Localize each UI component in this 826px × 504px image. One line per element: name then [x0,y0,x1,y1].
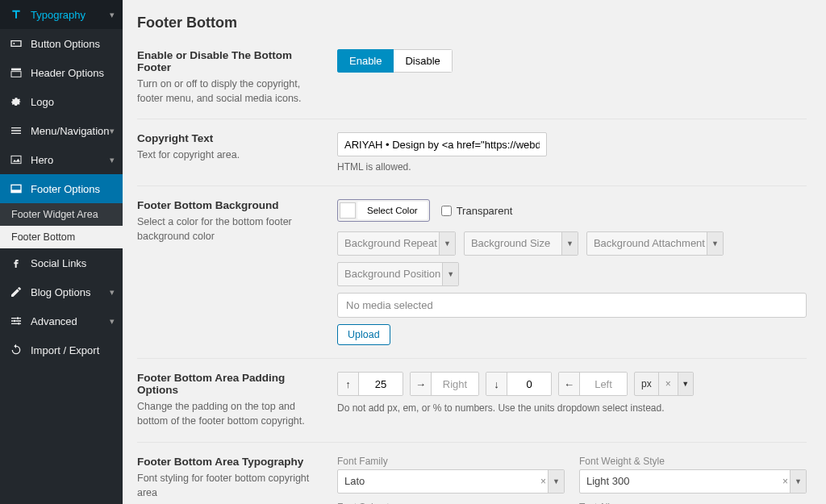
padding-title: Footer Bottom Area Padding Options [137,372,318,396]
copyright-desc: Text for copyright area. [137,148,318,162]
button-icon [8,35,24,52]
padding-right-group: → [410,372,479,396]
chevron-down-icon: ▾ [110,126,115,136]
bg-color-picker[interactable]: Select Color [337,199,430,222]
font-weight-select[interactable]: Light 300×▼ [579,469,807,494]
padding-right-input[interactable] [432,373,478,395]
nav-item-button-options[interactable]: Button Options [0,29,123,58]
svg-point-0 [13,43,15,44]
svg-rect-1 [11,69,21,71]
nav-item-social-links[interactable]: Social Links [0,248,123,277]
copyright-input[interactable] [337,132,547,156]
panel-icon [8,181,24,197]
main-panel: Footer Bottom Enable or Disable The Bott… [123,0,826,504]
padding-bottom-group: ↓ [486,372,552,396]
pencil-icon [8,284,24,300]
nav-label: Import / Export [31,344,99,356]
nav-label: Button Options [31,38,100,50]
nav-label: Advanced [31,315,77,327]
nav-item-header-options[interactable]: Header Options [0,58,123,87]
svg-point-6 [17,317,19,319]
section-background: Footer Bottom Background Select a color … [137,185,807,345]
chevron-down-icon: ▼ [678,373,693,395]
arrow-left-icon: ← [559,373,580,395]
sliders-icon [8,313,24,329]
padding-bottom-input[interactable] [507,373,551,395]
nav-item-footer-options[interactable]: Footer Options [0,174,123,203]
svg-point-8 [18,323,20,325]
nav-item-import-export[interactable]: Import / Export [0,335,123,364]
nav-item-logo[interactable]: Logo [0,87,123,116]
chevron-down-icon: ▾ [110,316,115,327]
typo-desc: Font styling for footer bottom copyright… [137,471,318,500]
transparent-label[interactable]: Transparent [441,205,513,217]
enable-desc: Turn on or off to disply the copyright, … [137,77,318,106]
clear-icon[interactable]: × [540,474,546,489]
copyright-title: Copyright Text [137,132,318,144]
svg-rect-5 [11,190,21,192]
nav-item-typography[interactable]: Typography▾ [0,0,123,29]
svg-rect-2 [11,72,21,77]
transparent-checkbox[interactable] [441,206,452,216]
arrow-down-icon: ↓ [486,373,507,395]
bg-desc: Select a color for the bottom footer bac… [137,215,318,244]
section-typography: Footer Bottom Area Typography Font styli… [137,442,807,505]
sub-item-footer-bottom[interactable]: Footer Bottom [0,226,123,248]
font-subsets-label: Font Subsets [337,502,565,505]
padding-left-group: ← [558,372,628,396]
nav-label: Footer Options [31,183,100,195]
nav-item-hero[interactable]: Hero▾ [0,145,123,174]
disable-button[interactable]: Disable [394,49,452,73]
padding-hint: Do not add px, em, or % to numbers. Use … [337,402,807,414]
svg-point-7 [14,320,16,323]
nav-label: Hero [31,154,53,166]
gear-icon [8,94,24,110]
bg-size-select[interactable]: Background Size▼ [464,231,578,256]
fb-icon [8,255,24,271]
padding-top-group: ↑ [337,372,403,396]
bg-attachment-select[interactable]: Background Attachment▼ [586,231,724,256]
bg-title: Footer Bottom Background [137,199,318,211]
image-icon [8,152,24,168]
nav-item-menu-navigation[interactable]: Menu/Navigation▾ [0,116,123,145]
bg-repeat-select[interactable]: Background Repeat▼ [337,231,456,256]
page-title: Footer Bottom [137,15,807,31]
nav-item-blog-options[interactable]: Blog Options▾ [0,277,123,306]
type-icon [8,6,24,23]
chevron-down-icon: ▼ [442,263,458,285]
color-swatch [340,202,356,219]
enable-toggle: Enable Disable [337,49,453,73]
chevron-down-icon: ▾ [110,155,115,165]
chevron-down-icon: ▼ [790,470,806,493]
nav-label: Menu/Navigation [31,125,110,137]
font-family-select[interactable]: Lato×▼ [337,469,565,494]
refresh-icon [8,342,24,358]
section-copyright: Copyright Text Text for copyright area. … [137,119,807,173]
padding-desc: Change the padding on the top and bottom… [137,399,318,428]
clear-icon[interactable]: × [658,373,678,395]
text-align-label: Text Align [579,502,807,505]
clear-icon[interactable]: × [782,474,788,489]
chevron-down-icon: ▼ [439,232,455,255]
chevron-down-icon: ▼ [548,470,564,493]
copyright-hint: HTML is allowed. [337,161,807,173]
sub-item-footer-widget-area[interactable]: Footer Widget Area [0,203,123,226]
padding-left-input[interactable] [580,373,627,395]
header-icon [8,65,24,81]
nav-item-advanced[interactable]: Advanced▾ [0,306,123,335]
nav-label: Social Links [31,257,86,269]
upload-button[interactable]: Upload [337,324,390,345]
chevron-down-icon: ▼ [561,232,578,255]
select-color-button[interactable]: Select Color [357,202,428,219]
arrow-up-icon: ↑ [338,373,359,395]
font-weight-label: Font Weight & Style [579,456,807,467]
chevron-down-icon: ▾ [110,287,115,298]
chevron-down-icon: ▼ [707,232,723,255]
padding-top-input[interactable] [359,373,403,395]
padding-unit-select[interactable]: px × ▼ [634,372,694,396]
typo-title: Footer Bottom Area Typography [137,456,318,468]
bg-position-select[interactable]: Background Position▼ [337,262,459,286]
svg-rect-3 [11,156,21,163]
enable-button[interactable]: Enable [337,49,394,73]
font-family-label: Font Family [337,456,565,467]
